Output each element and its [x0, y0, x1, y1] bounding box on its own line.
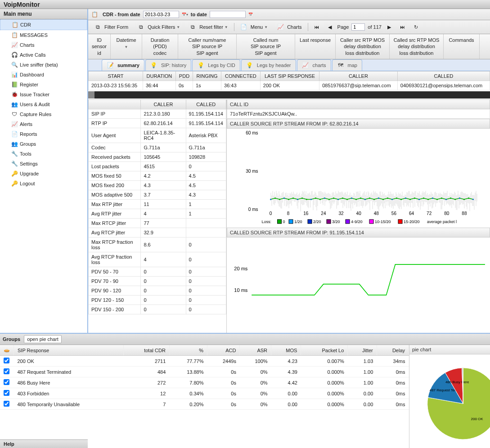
sidebar-item-groups[interactable]: 👥Groups [0, 139, 87, 149]
group-col[interactable]: ACD [207, 345, 240, 356]
svg-rect-227 [472, 195, 473, 206]
first-page-button[interactable]: ⏮ [311, 23, 322, 31]
group-col[interactable]: MOS [271, 345, 301, 356]
column-header[interactable]: Called numSIP source IPSIP agent [237, 34, 295, 59]
row-checkbox[interactable] [4, 390, 9, 396]
tab-map[interactable]: 🗺map [332, 59, 362, 71]
svg-rect-187 [436, 193, 437, 203]
column-header[interactable]: Last response [295, 34, 336, 59]
sidebar-item-alerts[interactable]: 📈Alerts [0, 119, 87, 129]
help-bar[interactable]: Help [0, 439, 88, 448]
column-header[interactable]: Commands [444, 34, 480, 59]
svg-point-243 [315, 197, 316, 199]
group-col[interactable]: Jitter [348, 345, 377, 356]
svg-rect-45 [309, 193, 309, 208]
svg-rect-78 [338, 191, 339, 205]
column-header[interactable]: Caller num/nameSIP source IPSIP agent [178, 34, 237, 59]
prev-page-button[interactable]: ◀ [325, 23, 335, 31]
group-col[interactable]: total CDR [123, 345, 169, 356]
svg-rect-219 [465, 193, 466, 202]
table-row[interactable]: 200 OK271177.77%2449s100%4.230.007%1.033… [0, 356, 409, 367]
tab-legs-by-header[interactable]: 💡Legs by header [241, 59, 296, 71]
menu-icon: 📗 [11, 81, 18, 88]
summary-col: CALLED [397, 71, 490, 81]
sidebar-item-register[interactable]: 📗Register [0, 80, 87, 90]
tab-charts[interactable]: 📈charts [297, 59, 331, 71]
pie-chart: 200 OK487 Request Termin486 Busy Here [409, 354, 490, 444]
play-button-icon[interactable] [88, 91, 94, 99]
metric-value: 0 [141, 276, 186, 286]
sidebar-item-issue-tracker[interactable]: 🐞Issue Tracker [0, 90, 87, 99]
sidebar-item-upgrade[interactable]: 🔑Upgrade [0, 169, 87, 179]
table-row[interactable]: 486 Busy Here2727.80%0s0%4.420.000%1.000… [0, 377, 409, 388]
sidebar-item-capture-rules[interactable]: 🛡Capture Rules [0, 109, 87, 119]
group-col[interactable]: SIP Response [14, 345, 124, 356]
menu-label: Issue Tracker [20, 92, 49, 97]
menu-button[interactable]: 📄Menu ▼ [237, 22, 271, 32]
sidebar-item-users-audit[interactable]: 👥Users & Audit [0, 99, 87, 109]
charts-button[interactable]: 📈Charts [274, 22, 305, 32]
column-header[interactable]: Caller src RTP MOSdelay distributionloss… [336, 34, 390, 59]
svg-point-257 [378, 197, 379, 199]
reset-filter-button[interactable]: ⧉Reset filter ▼ [186, 22, 231, 32]
row-checkbox[interactable] [4, 368, 9, 374]
to-date-input[interactable] [210, 11, 246, 18]
sidebar-item-messages[interactable]: 📋MESSAGES [0, 30, 87, 40]
row-checkbox[interactable] [4, 401, 9, 407]
row-checkbox[interactable] [4, 379, 9, 385]
open-pie-chart-button[interactable]: open pie chart [24, 335, 62, 343]
column-header[interactable]: Called src RTP MOSdelay distributionloss… [390, 34, 444, 59]
group-col[interactable]: Packet Lo [301, 345, 348, 356]
group-col[interactable]: ASR [240, 345, 271, 356]
date-picker-icon[interactable]: 📅 [248, 13, 253, 17]
svg-text:2/20: 2/20 [313, 220, 321, 224]
filter-form-button[interactable]: ⧉Filter Form [91, 22, 131, 32]
date-picker-icon[interactable]: 📅▾ [182, 13, 188, 17]
svg-rect-136 [391, 192, 391, 204]
svg-rect-53 [316, 193, 316, 207]
column-header[interactable]: Duration(PDD)codec [142, 34, 178, 59]
column-header[interactable]: IDsensor id [88, 34, 111, 59]
svg-point-271 [441, 197, 442, 199]
sidebar-item-dashboard[interactable]: 📊Dashboard [0, 70, 87, 80]
tab-sip-history[interactable]: 💡SIP: history [145, 59, 191, 71]
tab-legs-by-cid[interactable]: 💡Legs by CID [192, 59, 240, 71]
tab-icon: 📝 [107, 62, 114, 69]
row-checkbox[interactable] [4, 358, 9, 363]
metric-value: 0 [186, 286, 226, 295]
refresh-button[interactable]: ↻ [411, 23, 421, 31]
called-rtp-chart: 10 ms20 ms [227, 237, 490, 333]
sidebar-item-cdr[interactable]: 📋CDR [0, 19, 87, 30]
svg-point-274 [454, 199, 456, 200]
sidebar-item-reports[interactable]: 📄Reports [0, 129, 87, 139]
page-input[interactable] [351, 23, 365, 31]
tab-icon: 💡 [150, 62, 157, 69]
svg-text:24: 24 [321, 211, 326, 216]
page-total: of 117 [368, 24, 382, 30]
svg-rect-146 [400, 194, 400, 209]
sidebar-item-settings[interactable]: 🔧Settings [0, 159, 87, 169]
tab-summary[interactable]: 📝summary [102, 59, 144, 71]
sidebar-item-charts[interactable]: 📈Charts [0, 40, 87, 50]
sidebar-item-live-sniffer-beta-[interactable]: 🔍Live sniffer (beta) [0, 60, 87, 70]
group-col[interactable]: % [169, 345, 207, 356]
table-row[interactable]: 487 Request Terminated48413.88%0s0%4.390… [0, 367, 409, 377]
quick-filters-button[interactable]: ⧉Quick Filters ▼ [134, 22, 183, 32]
column-header[interactable]: Datetime ▼ [111, 34, 142, 59]
svg-rect-43 [307, 195, 307, 206]
svg-rect-215 [462, 192, 462, 203]
sidebar-item-active-calls[interactable]: 🎧Active Calls [0, 50, 87, 60]
group-col[interactable]: Delay [377, 345, 409, 356]
svg-rect-10 [277, 193, 278, 201]
svg-point-234 [274, 197, 276, 199]
next-page-button[interactable]: ▶ [384, 23, 394, 31]
sidebar-item-logout[interactable]: 🔑Logout [0, 179, 87, 188]
from-date-input[interactable] [143, 11, 179, 18]
last-page-button[interactable]: ⏭ [397, 23, 408, 31]
table-row[interactable]: 480 Temporarily Unavailable70.20%0s0%0.0… [0, 399, 409, 410]
table-row[interactable]: 403 Forbidden120.34%0s0%0.000.000%0.000m… [0, 388, 409, 399]
cdr-from-label: CDR - from date [103, 12, 140, 17]
sidebar-item-tools[interactable]: 🔧Tools [0, 149, 87, 159]
audio-playbar[interactable] [88, 91, 490, 99]
menu-label: Logout [20, 181, 35, 186]
